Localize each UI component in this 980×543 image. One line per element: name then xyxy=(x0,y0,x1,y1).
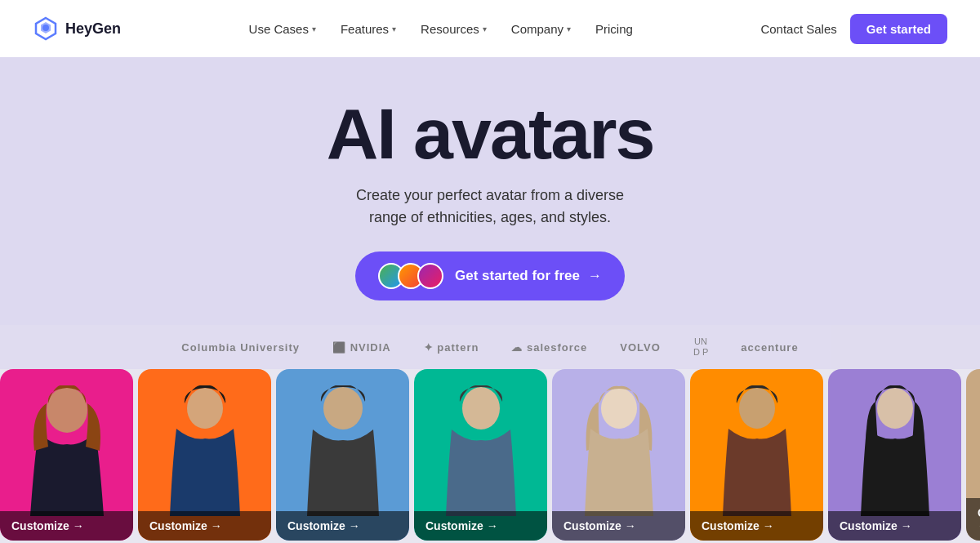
svg-point-4 xyxy=(462,387,500,430)
chevron-down-icon: ▾ xyxy=(483,24,487,33)
logo-salesforce: ☁ salesforce xyxy=(511,341,587,354)
avatar-card-2[interactable]: Customize → xyxy=(138,369,271,541)
logo[interactable]: HeyGen xyxy=(33,16,121,42)
hero-cta-label: Get started for free xyxy=(455,268,580,284)
chevron-down-icon: ▾ xyxy=(312,24,316,33)
avatar-silhouette-1 xyxy=(22,385,112,516)
avatar-silhouette-6 xyxy=(712,385,802,516)
avatar-card-1[interactable]: Customize → xyxy=(0,369,133,541)
avatar-label-2: Customize → xyxy=(138,511,271,541)
avatar-label-4: Customize → xyxy=(414,511,547,541)
avatar-silhouette-3 xyxy=(298,385,388,516)
avatar-card-6[interactable]: Customize → xyxy=(690,369,823,541)
logo-nvidia: ⬛ NVIDIA xyxy=(332,341,391,354)
nav-use-cases[interactable]: Use Cases ▾ xyxy=(239,16,326,42)
avatar-silhouette-7 xyxy=(850,385,940,516)
logos-bar: Columbia University ⬛ NVIDIA ✦ pattern ☁… xyxy=(0,325,980,369)
avatar-card-4[interactable]: Customize → xyxy=(414,369,547,541)
hero-cta-button[interactable]: Get started for free → xyxy=(355,251,625,300)
svg-point-2 xyxy=(187,388,223,429)
avatar-card-8[interactable]: Customize → xyxy=(966,369,980,541)
nav-features[interactable]: Features ▾ xyxy=(331,16,406,42)
chevron-down-icon: ▾ xyxy=(392,24,396,33)
mini-avatar-3 xyxy=(417,263,443,289)
avatar-label-1: Customize → xyxy=(0,511,133,541)
hero-subtitle: Create your perfect avatar from a divers… xyxy=(33,185,947,229)
avatar-card-3[interactable]: Customize → xyxy=(276,369,409,541)
avatar-label-6: Customize → xyxy=(690,511,823,541)
logo-undp: UND P xyxy=(693,336,708,358)
nav-pricing[interactable]: Pricing xyxy=(586,16,643,42)
svg-point-6 xyxy=(739,388,775,429)
logo-text: HeyGen xyxy=(65,20,121,38)
avatar-label-7: Customize → xyxy=(828,511,961,541)
nav-menu: Use Cases ▾ Features ▾ Resources ▾ Compa… xyxy=(239,16,643,42)
svg-point-3 xyxy=(323,387,363,430)
svg-point-5 xyxy=(601,388,637,429)
svg-point-1 xyxy=(47,387,87,433)
avatar-silhouette-2 xyxy=(160,385,250,516)
avatar-card-5[interactable]: Customize → xyxy=(552,369,685,541)
avatar-cards-row: Customize → Customize → Customize → xyxy=(0,369,980,541)
logo-accenture: accenture xyxy=(741,341,798,354)
avatar-silhouette-4 xyxy=(436,385,526,516)
avatar-label-8: Customize → xyxy=(966,498,980,541)
chevron-down-icon: ▾ xyxy=(567,24,571,33)
avatar-label-5: Customize → xyxy=(552,511,685,541)
avatar-label-3: Customize → xyxy=(276,511,409,541)
logo-columbia: Columbia University xyxy=(181,341,300,354)
contact-sales-link[interactable]: Contact Sales xyxy=(760,22,836,36)
heygen-logo-icon xyxy=(33,16,59,42)
nav-actions: Contact Sales Get started xyxy=(760,14,947,44)
navbar: HeyGen Use Cases ▾ Features ▾ Resources … xyxy=(0,0,980,57)
nav-company[interactable]: Company ▾ xyxy=(501,16,581,42)
hero-title: AI avatars xyxy=(33,98,947,170)
get-started-button[interactable]: Get started xyxy=(850,14,947,44)
nav-resources[interactable]: Resources ▾ xyxy=(411,16,497,42)
logo-volvo: VOLVO xyxy=(620,341,661,354)
svg-point-0 xyxy=(42,24,49,31)
avatar-card-7[interactable]: Customize → xyxy=(828,369,961,541)
svg-point-7 xyxy=(877,388,913,429)
hero-avatar-previews xyxy=(378,263,443,289)
avatar-silhouette-5 xyxy=(574,385,664,516)
hero-section: AI avatars Create your perfect avatar fr… xyxy=(0,57,980,325)
hero-cta-arrow: → xyxy=(588,268,602,284)
logo-pattern: ✦ pattern xyxy=(424,341,479,354)
